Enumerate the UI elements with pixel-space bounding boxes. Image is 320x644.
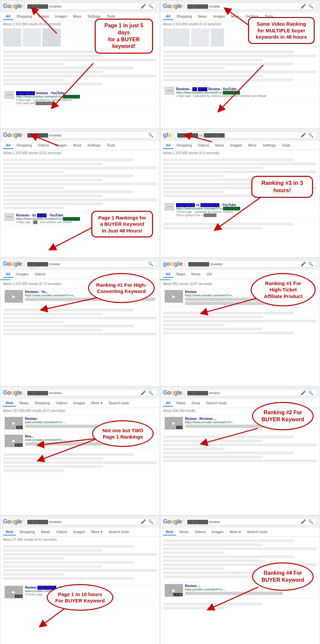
tab-all-8[interactable]: All (163, 400, 173, 407)
result-cell-10: Google ████████ review 🎤 🔍 Web News Vide… (160, 515, 320, 644)
search-input-5[interactable]: ████████ review 🔍 (24, 260, 157, 268)
tab-more-7[interactable]: More ▾ (89, 400, 105, 407)
search-input-8[interactable]: ████████ review 🎤 🔍 (184, 389, 317, 397)
tab-news-2[interactable]: News (195, 13, 210, 20)
tab-all-1[interactable]: All (3, 13, 13, 20)
tab-more-3[interactable]: More (70, 142, 84, 149)
tab-all-3[interactable]: All (3, 142, 13, 149)
tab-news-8[interactable]: News (174, 400, 188, 407)
search-btn-2[interactable]: 🔍 (308, 4, 313, 9)
results-count-3: About 1,150,000 results (0.52 seconds) (0, 150, 160, 156)
nav-tabs-4: All Shopping Videos News Images More Set… (160, 141, 320, 150)
search-btn-7[interactable]: 🔍 (148, 390, 153, 395)
video-thumb-5 (5, 290, 23, 303)
tab-all-2[interactable]: All (163, 13, 173, 20)
results-count-7: About 197,000,000 results (0.71 seconds) (0, 408, 160, 414)
tab-tools-9[interactable]: Search tools (106, 529, 132, 535)
result-cell-5: Google ████████ review 🔍 All Images Vide… (0, 258, 160, 387)
search-icons-4: 🎤 🔍 (301, 133, 313, 138)
tab-images-4[interactable]: Images (228, 142, 245, 149)
tab-all-5[interactable]: All (3, 271, 13, 278)
tab-more-9[interactable]: More ▾ (89, 529, 105, 535)
tab-shopping-1[interactable]: Shopping (14, 13, 35, 20)
search-input-2[interactable]: ████████ review 🎤 🔍 (184, 2, 317, 10)
result-cell-2: Google ████████ review 🎤 🔍 All Shopping … (160, 0, 320, 129)
tab-shopping-9[interactable]: Shopping (17, 529, 38, 535)
tab-tools-10[interactable]: Search tools (244, 529, 270, 535)
tab-shopping-2[interactable]: Shopping (174, 13, 195, 20)
search-bar-10: Google ████████ review 🎤 🔍 (160, 516, 320, 528)
google-logo-7: Google (3, 389, 22, 396)
tab-web-7[interactable]: Web (3, 400, 16, 407)
tab-maps-6[interactable]: Maps (174, 271, 188, 278)
search-input-3[interactable]: ████████ reviews 🔍 (24, 131, 157, 139)
tab-shop-8[interactable]: Shop (189, 400, 203, 407)
search-btn-5[interactable]: 🔍 (148, 261, 153, 266)
tab-videos-5[interactable]: Videos (32, 271, 48, 278)
tab-videos-7[interactable]: Videos (53, 400, 70, 407)
tab-shopping-3[interactable]: Shopping (14, 142, 35, 149)
video-waveform-4: 〜〜 (165, 203, 174, 210)
tab-more-10[interactable]: More ▾ (227, 529, 244, 535)
search-btn-3[interactable]: 🔍 (148, 133, 153, 138)
search-input-4[interactable]: ████████ vs ████████ 🎤 🔍 (174, 131, 317, 139)
tab-all-6[interactable]: All (163, 271, 173, 278)
search-input-6[interactable]: ████████ reviews 🎤 🔍 (185, 260, 317, 268)
tab-news-9[interactable]: News (38, 529, 53, 535)
tab-more-1[interactable]: More (70, 13, 84, 20)
search-btn-1[interactable]: 🔍 (148, 4, 153, 9)
video-info-1: ████████ reviews - YouTube https://www.y… (16, 91, 155, 105)
tab-tools-8[interactable]: Search tools (203, 400, 229, 407)
tab-videos-10[interactable]: Videos (192, 529, 208, 535)
tab-more-4[interactable]: More (246, 142, 259, 149)
tab-tools-3[interactable]: Tools (104, 142, 118, 149)
search-input-9[interactable]: ████████ reviews 🎤 🔍 (24, 518, 157, 525)
tab-images-10[interactable]: Images (209, 529, 226, 535)
tab-settings-4[interactable]: Settings (260, 142, 279, 149)
search-btn-10[interactable]: 🔍 (308, 519, 313, 524)
search-btn-9[interactable]: 🔍 (148, 519, 153, 524)
tab-news-4[interactable]: News (212, 142, 227, 149)
search-input-1[interactable]: ████████ reviews 🎤 🔍 (24, 2, 157, 10)
search-text-8: ████████ review (187, 391, 220, 395)
search-input-10[interactable]: ████████ review 🎤 🔍 (184, 518, 317, 525)
search-btn-6[interactable]: 🔍 (308, 261, 313, 266)
tab-images-1[interactable]: Images (52, 13, 70, 20)
tab-news-7[interactable]: News (17, 400, 31, 407)
tab-videos-3[interactable]: Videos (35, 142, 52, 149)
search-btn-4[interactable]: 🔍 (308, 133, 313, 138)
tab-videos-4[interactable]: Videos (195, 142, 212, 149)
callout-9: Page 1 in 10 hoursFor BUYER Keyword (47, 584, 113, 611)
tab-news-6[interactable]: News (189, 271, 203, 278)
tab-vid-6[interactable]: Vid (204, 271, 214, 278)
tab-shopping-7[interactable]: Shopping (32, 400, 53, 407)
search-text-2: ████████ review (187, 4, 220, 8)
blurred-results-2 (160, 48, 320, 84)
search-btn-8[interactable]: 🔍 (308, 390, 313, 395)
tab-images-3[interactable]: Images (52, 142, 70, 149)
tab-images-5[interactable]: Images (14, 271, 31, 278)
video-info-2: Reviews - ██ ████ Review - YouTube https… (176, 87, 315, 98)
video-waveform-2: 〜〜 (165, 87, 174, 95)
tab-images-7[interactable]: Images (70, 400, 88, 407)
google-logo-10: Google (163, 518, 182, 525)
tab-videos-9[interactable]: Videos (53, 529, 70, 535)
main-grid: Google ████████ reviews 🎤 🔍 All Shopping… (0, 0, 320, 644)
google-logo-6: google (163, 260, 183, 267)
tab-settings-3[interactable]: Settings (85, 142, 103, 149)
tab-tools-7[interactable]: Search tools (106, 400, 132, 407)
tab-news-10[interactable]: News (177, 529, 191, 535)
tab-all-4[interactable]: All (163, 142, 173, 149)
tab-web-9[interactable]: Web (3, 529, 16, 535)
tab-images-9[interactable]: Images (70, 529, 88, 535)
tab-images-2[interactable]: Images (210, 13, 228, 20)
screenshot-9: Google ████████ reviews 🎤 🔍 Web Shopping… (0, 516, 160, 644)
tab-more-2[interactable]: More (228, 13, 242, 20)
tab-videos-1[interactable]: Videos (35, 13, 52, 20)
blurred-results-7 (0, 451, 160, 475)
tab-web-10[interactable]: Web (163, 529, 176, 535)
tab-shopping-4[interactable]: Shopping (174, 142, 195, 149)
search-input-7[interactable]: ████████ reviews 🎤 🔍 (24, 389, 157, 397)
search-icons-2: 🎤 🔍 (301, 4, 313, 9)
tab-tools-4[interactable]: Tools (279, 142, 293, 149)
